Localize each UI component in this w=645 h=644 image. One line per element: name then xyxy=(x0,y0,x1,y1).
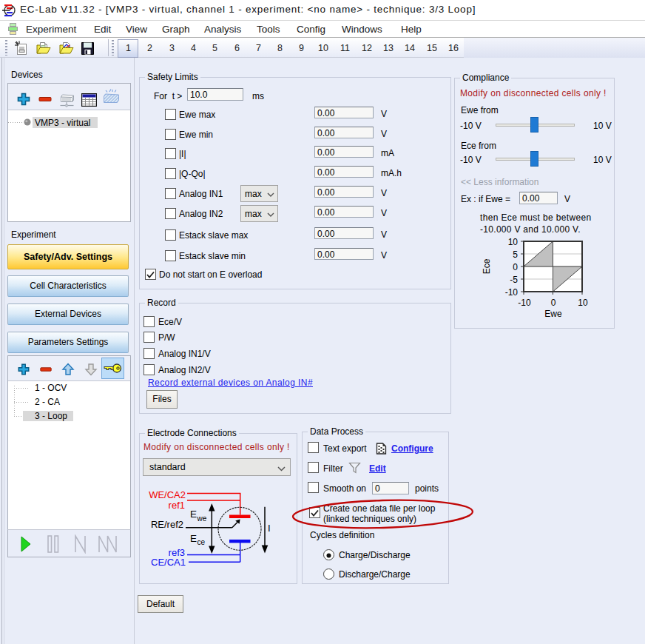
svg-text:ref1: ref1 xyxy=(169,500,185,511)
svg-text:we: we xyxy=(197,514,207,523)
svg-text:5: 5 xyxy=(513,249,518,260)
svg-text:0: 0 xyxy=(513,262,518,272)
svg-text:RE/ref2: RE/ref2 xyxy=(151,519,183,530)
svg-text:CE/CA1: CE/CA1 xyxy=(151,557,186,568)
svg-text:I: I xyxy=(268,523,271,534)
svg-text:ce: ce xyxy=(197,538,206,546)
svg-text:E: E xyxy=(190,533,197,544)
svg-text:Ece: Ece xyxy=(482,258,492,274)
svg-text:Ewe: Ewe xyxy=(544,309,562,319)
svg-text:-5: -5 xyxy=(510,275,518,285)
svg-text:0: 0 xyxy=(551,298,556,308)
svg-text:10: 10 xyxy=(508,237,519,247)
svg-text:-10: -10 xyxy=(505,287,519,298)
svg-text:-10: -10 xyxy=(518,298,531,308)
svg-text:10: 10 xyxy=(578,298,588,308)
svg-text:E: E xyxy=(190,509,197,520)
